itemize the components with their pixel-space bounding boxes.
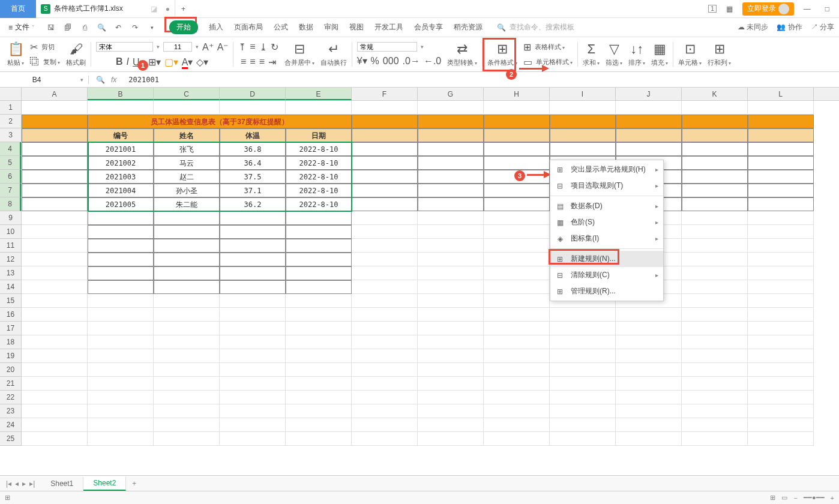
row-header-11[interactable]: 11 [0,239,21,253]
row-header-6[interactable]: 6 [0,170,21,184]
cell[interactable] [352,225,418,239]
cell[interactable] [154,294,220,308]
sync-status[interactable]: ☁ 未同步 [738,22,768,32]
cell[interactable]: 2022-8-10 [286,170,352,184]
cell[interactable] [616,115,682,128]
cell[interactable] [616,322,682,335]
file-tab[interactable]: S 条件格式工作簿1.xlsx ◪ ● [36,0,175,18]
row-header-19[interactable]: 19 [0,349,21,363]
cell[interactable] [22,280,88,294]
cell[interactable] [418,335,484,349]
cell[interactable] [748,170,814,184]
cell[interactable] [418,404,484,418]
format-painter-icon[interactable]: 🖌 [70,41,83,57]
cell[interactable] [286,322,352,335]
cell[interactable] [550,377,616,391]
number-format-select[interactable] [357,42,417,52]
cell[interactable] [748,294,814,308]
col-header-A[interactable]: A [22,88,88,100]
cell[interactable] [682,363,748,377]
cell[interactable] [88,225,154,239]
row-header-2[interactable]: 2 [0,115,21,128]
cell[interactable] [352,280,418,294]
align-bottom-icon[interactable]: ⤓ [259,41,267,53]
tab-data[interactable]: 数据 [299,22,313,32]
col-header-C[interactable]: C [154,88,220,100]
cell[interactable] [748,211,814,225]
row-header-17[interactable]: 17 [0,322,21,335]
cell[interactable] [616,391,682,404]
cell[interactable] [418,418,484,432]
menu-icon-sets[interactable]: ◈图标集(I) [550,230,663,247]
cell[interactable] [154,322,220,335]
cell[interactable] [418,101,484,115]
cell[interactable] [418,377,484,391]
cell[interactable] [682,404,748,418]
filter-icon[interactable]: ▽ [609,41,619,57]
add-sheet-button[interactable]: + [126,479,142,488]
col-header-G[interactable]: G [418,88,484,100]
cell[interactable] [748,308,814,322]
cell[interactable] [88,280,154,294]
row-header-4[interactable]: 4 [0,142,21,156]
cell[interactable] [220,294,286,308]
cell[interactable] [352,253,418,266]
cell[interactable] [682,266,748,280]
tab-dev-tools[interactable]: 开发工具 [374,22,403,32]
cell[interactable] [748,128,814,142]
cell[interactable]: 36.2 [220,197,286,211]
paste-label[interactable]: 粘贴 [7,58,24,67]
cell[interactable] [22,266,88,280]
cell[interactable] [154,432,220,446]
cell[interactable] [22,308,88,322]
cell[interactable] [88,377,154,391]
cell[interactable] [220,253,286,266]
cell[interactable] [22,142,88,156]
currency-icon[interactable]: ¥▾ [357,55,367,67]
zoom-out-icon[interactable]: − [793,494,797,502]
cell[interactable] [22,294,88,308]
cell[interactable] [286,211,352,225]
cell[interactable] [154,418,220,432]
layout-icon[interactable]: 1 [708,5,717,13]
cell[interactable]: 37.5 [220,170,286,184]
decrease-font-icon[interactable]: A⁻ [217,41,229,53]
cell[interactable] [352,294,418,308]
row-header-10[interactable]: 10 [0,225,21,239]
cell[interactable] [352,239,418,253]
bold-icon[interactable]: B [116,56,123,67]
cell-style-icon[interactable]: ▭ [523,56,532,68]
cell[interactable] [154,225,220,239]
tab-close-icon[interactable]: ● [166,5,170,13]
cell[interactable] [352,432,418,446]
cell[interactable] [682,253,748,266]
cell[interactable] [748,266,814,280]
cell[interactable] [418,197,484,211]
cell[interactable] [22,432,88,446]
row-header-18[interactable]: 18 [0,335,21,349]
cell[interactable] [484,225,550,239]
redo-icon[interactable]: ↷ [130,23,140,32]
cell[interactable] [682,391,748,404]
row-col-icon[interactable]: ⊞ [714,41,725,57]
cell[interactable] [550,363,616,377]
align-center-icon[interactable]: ≡ [250,56,255,67]
cell[interactable] [748,418,814,432]
cell[interactable] [352,266,418,280]
cell[interactable] [616,377,682,391]
row-header-15[interactable]: 15 [0,294,21,308]
cell[interactable] [220,101,286,115]
cell[interactable] [154,363,220,377]
cell[interactable] [286,294,352,308]
cell[interactable] [352,197,418,211]
cell[interactable] [748,391,814,404]
cell[interactable] [286,363,352,377]
cell[interactable] [418,432,484,446]
col-header-F[interactable]: F [352,88,418,100]
cell-icon[interactable]: ⊡ [685,41,696,57]
cell[interactable] [22,391,88,404]
cell[interactable] [22,253,88,266]
border-icon[interactable]: ⊞▾ [148,56,161,68]
sort-icon[interactable]: ↓↑ [630,41,643,57]
cell[interactable] [418,391,484,404]
